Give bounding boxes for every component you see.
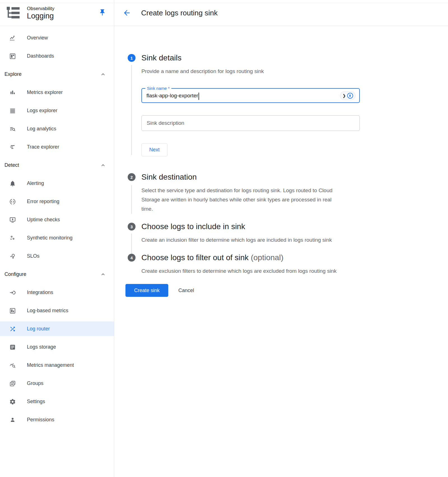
sidebar-section-configure[interactable]: Configure	[0, 265, 114, 283]
sidebar-item-settings[interactable]: Settings	[0, 393, 114, 411]
sidebar-item-slos[interactable]: SLOs	[0, 247, 114, 265]
sidebar-item-label: Metrics explorer	[27, 90, 63, 95]
sidebar-item-label: Metrics management	[27, 362, 74, 368]
sidebar-item-label: Overview	[27, 35, 48, 41]
sink-description-field[interactable]: Sink description	[141, 115, 360, 131]
sidebar-item-overview[interactable]: Overview	[0, 29, 114, 47]
wizard-content: 1 Sink details Provide a name and descri…	[114, 26, 448, 297]
step-description: Create an inclusion filter to determine …	[141, 235, 340, 245]
sidebar-item-log-analytics[interactable]: Log analytics	[0, 120, 114, 138]
pin-icon[interactable]	[99, 9, 106, 16]
sidebar-section-detect[interactable]: Detect	[0, 156, 114, 174]
sink-description-placeholder: Sink description	[147, 116, 184, 131]
sidebar-item-label: Error reporting	[27, 199, 59, 205]
sidebar-header: Observability Logging	[0, 0, 114, 26]
create-sink-button[interactable]: Create sink	[125, 284, 168, 297]
sidebar-item-label: Integrations	[27, 290, 53, 295]
sidebar-item-synthetic-monitoring[interactable]: Synthetic monitoring	[0, 229, 114, 247]
sidebar-item-error-reporting[interactable]: Error reporting	[0, 192, 114, 211]
sidebar-item-trace-explorer[interactable]: Trace explorer	[0, 138, 114, 156]
step-title: Sink destination	[141, 173, 448, 181]
sidebar-item-logs-storage[interactable]: Logs storage	[0, 338, 114, 356]
trace-spans-icon	[9, 144, 16, 151]
sidebar-item-label: Trace explorer	[27, 144, 59, 150]
log-search-icon	[9, 126, 16, 132]
shuffle-icon	[9, 326, 16, 332]
cancel-button[interactable]: Cancel	[178, 288, 194, 293]
step-2-badge: 2	[128, 173, 136, 181]
uptime-monitor-icon	[9, 217, 16, 223]
groups-squares-icon	[9, 380, 16, 387]
sidebar-item-label: Groups	[27, 380, 43, 386]
log-lines-icon	[9, 107, 16, 114]
app-window: Observability Logging OverviewDashboards…	[0, 0, 448, 477]
slo-circles-icon	[9, 253, 16, 260]
step-sink-destination: 2 Sink destination Select the service ty…	[114, 173, 448, 213]
chevron-up-icon	[100, 162, 106, 168]
password-manager-pill[interactable]: ❯	[340, 91, 356, 100]
sidebar-item-logs-explorer[interactable]: Logs explorer	[0, 102, 114, 120]
sidebar-item-label: Alerting	[27, 180, 44, 186]
sidebar-item-integrations[interactable]: Integrations	[0, 283, 114, 302]
sidebar-item-dashboards[interactable]: Dashboards	[0, 47, 114, 65]
sidebar-item-permissions[interactable]: Permissions	[0, 411, 114, 429]
page-header: Create logs routing sink	[114, 0, 448, 26]
step-choose-logs-filter-out: 4 Choose logs to filter out of sink (opt…	[114, 253, 448, 276]
step-sink-details: 1 Sink details Provide a name and descri…	[114, 54, 448, 156]
section-label: Configure	[4, 271, 26, 277]
sidebar-item-label: Synthetic monitoring	[27, 235, 73, 241]
top-divider	[0, 3, 448, 3]
step-4-badge: 4	[128, 254, 136, 262]
sidebar-item-label: Log-based metrics	[27, 308, 68, 314]
overview-icon	[9, 35, 16, 41]
page-title: Create logs routing sink	[141, 9, 218, 17]
sidebar-section-explore[interactable]: Explore	[0, 65, 114, 83]
sidebar-item-log-based-metrics[interactable]: Log-based metrics	[0, 302, 114, 320]
sidebar-item-label: Dashboards	[27, 53, 54, 59]
step-choose-logs-include: 3 Choose logs to include in sink Create …	[114, 222, 448, 245]
step-connector-line	[131, 185, 132, 214]
form-actions: Create sink Cancel	[114, 284, 448, 297]
chevron-up-icon	[100, 271, 106, 278]
sink-name-value: flask-app-log-exporter	[146, 89, 198, 102]
sidebar-item-metrics-explorer[interactable]: Metrics explorer	[0, 83, 114, 102]
step-1-badge: 1	[128, 54, 136, 62]
sidebar-item-label: Logs explorer	[27, 108, 57, 114]
sink-name-field[interactable]: Sink name * flask-app-log-exporter ❯	[141, 88, 360, 103]
person-icon	[9, 417, 16, 423]
metrics-search-icon	[9, 362, 16, 369]
sidebar-item-label: Uptime checks	[27, 217, 60, 223]
section-label: Detect	[4, 162, 19, 168]
step-connector-line	[131, 234, 132, 254]
sidebar-item-metrics-management[interactable]: Metrics management	[0, 356, 114, 374]
sidebar-item-label: Log router	[27, 326, 50, 332]
integration-arrow-icon	[9, 289, 16, 296]
sidebar-item-uptime-checks[interactable]: Uptime checks	[0, 211, 114, 229]
sink-name-label: Sink name *	[145, 86, 171, 91]
error-circle-icon	[9, 198, 16, 205]
sidebar-item-groups[interactable]: Groups	[0, 374, 114, 393]
step-title: Choose logs to include in sink	[141, 222, 448, 231]
password-manager-icon	[347, 93, 353, 98]
step-title: Sink details	[141, 54, 448, 62]
back-arrow-icon[interactable]	[123, 9, 131, 17]
text-cursor	[199, 93, 199, 100]
sidebar-item-label: Settings	[27, 399, 45, 405]
next-button[interactable]: Next	[141, 143, 167, 156]
sidebar-item-label: Logs storage	[27, 344, 56, 350]
sidebar-item-log-router[interactable]: Log router	[0, 320, 114, 338]
logging-logo-icon	[5, 5, 21, 21]
step-description: Create exclusion filters to determine wh…	[141, 266, 340, 276]
optional-tag: (optional)	[251, 253, 284, 262]
step-3-badge: 3	[128, 223, 136, 231]
step-description: Provide a name and description for logs …	[141, 67, 340, 76]
sidebar: Observability Logging OverviewDashboards…	[0, 0, 114, 477]
section-label: Explore	[4, 71, 22, 77]
sidebar-item-label: Permissions	[27, 417, 54, 423]
main-panel: Create logs routing sink 1 Sink details …	[114, 0, 448, 477]
sidebar-item-alerting[interactable]: Alerting	[0, 174, 114, 192]
section-name: Logging	[27, 11, 54, 20]
bell-icon	[9, 180, 16, 187]
step-title: Choose logs to filter out of sink (optio…	[141, 253, 448, 262]
step-description: Select the service type and destination …	[141, 186, 340, 213]
